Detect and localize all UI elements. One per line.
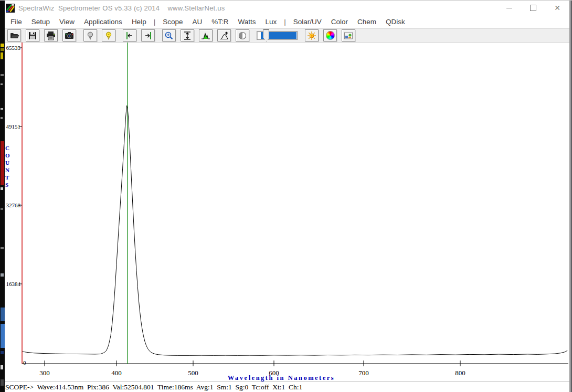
app-logo-icon: [6, 4, 15, 13]
folder-icon: [9, 31, 19, 40]
maximize-button[interactable]: [521, 1, 545, 15]
x-tick-label: 500: [188, 369, 198, 377]
menu-item-qdisk[interactable]: QDisk: [381, 18, 410, 26]
menu-item-lux[interactable]: Lux: [260, 18, 281, 26]
spectrum-plot[interactable]: 655354915132768163840300400500600700800W…: [5, 43, 569, 382]
menubar: FileSetupViewApplicationsHelp|ScopeAU%T:…: [5, 15, 569, 28]
close-icon: ✕: [554, 4, 560, 12]
floppy-icon: [27, 31, 38, 40]
camera-icon: [64, 31, 75, 40]
slider-track: [257, 31, 298, 40]
picture-icon: [343, 31, 354, 40]
menu-separator: |: [281, 18, 289, 26]
y-tick-label: 16384: [6, 281, 21, 287]
menu-item-watts[interactable]: Watts: [233, 18, 260, 26]
open-button[interactable]: [7, 29, 21, 41]
bulb-off-icon: [85, 31, 96, 40]
menu-item-chem[interactable]: Chem: [353, 18, 381, 26]
minimize-button[interactable]: [497, 1, 521, 15]
maximize-icon: [530, 5, 536, 11]
app-window: SpectraWiz Spectrometer OS v5.33 (c) 201…: [0, 0, 572, 392]
menu-item-scope[interactable]: Scope: [158, 18, 187, 26]
y-tick-label: 0: [23, 359, 26, 366]
sun-icon: [306, 31, 317, 40]
menu-separator: |: [151, 18, 158, 26]
x-tick-label: 700: [358, 369, 369, 377]
autoscale-y-button[interactable]: [181, 29, 194, 41]
x-tick-label: 300: [39, 369, 50, 377]
y-tick-label: 32768: [6, 202, 21, 208]
zoom-in-button[interactable]: [162, 29, 176, 41]
irradiance-button[interactable]: [305, 29, 319, 41]
arrow-right-bar-icon: [143, 31, 153, 40]
color-wheel-icon: [325, 31, 335, 40]
shift-right-button[interactable]: [141, 29, 155, 41]
lamp-on-button[interactable]: [102, 29, 115, 41]
magnifier-icon: [164, 31, 174, 40]
capture-image-button[interactable]: [342, 29, 355, 41]
peak-arrow-icon: [219, 31, 229, 40]
chart-area[interactable]: 655354915132768163840300400500600700800W…: [5, 43, 569, 382]
minimize-icon: [506, 8, 512, 8]
vertical-arrows-icon: [182, 31, 193, 40]
peak-hold-button[interactable]: [217, 29, 231, 41]
save-button[interactable]: [26, 29, 39, 41]
half-circle-icon: [237, 31, 248, 40]
close-button[interactable]: ✕: [545, 1, 569, 15]
arrow-left-bar-icon: [124, 31, 135, 40]
window-controls: ✕: [497, 1, 569, 15]
lamp-off-button[interactable]: [83, 29, 97, 41]
titlebar: SpectraWiz Spectrometer OS v5.33 (c) 201…: [5, 1, 569, 15]
status-text: SCOPE-> Wave:414.53nm Pix:386 Val:52504.…: [5, 383, 302, 391]
menu-item--t-r[interactable]: %T:R: [207, 18, 233, 26]
x-tick-label: 400: [111, 369, 122, 377]
shift-left-button[interactable]: [123, 29, 136, 41]
toolbar-slider[interactable]: [257, 29, 298, 41]
spectrum-trace: [23, 105, 568, 355]
window-right-border: [569, 1, 572, 392]
x-tick-label: 800: [455, 369, 465, 377]
menu-item-applications[interactable]: Applications: [79, 18, 127, 26]
contrast-button[interactable]: [236, 29, 249, 41]
color-wheel-button[interactable]: [323, 29, 337, 41]
window-title: SpectraWiz Spectrometer OS v5.33 (c) 201…: [18, 4, 225, 12]
menu-item-au[interactable]: AU: [187, 18, 207, 26]
menu-item-view[interactable]: View: [55, 18, 79, 26]
y-tick-label: 65535: [6, 45, 21, 51]
x-axis-title: Wavelength in Nanometers: [228, 374, 335, 382]
y-tick-label: 49151: [6, 123, 21, 130]
fill-spectrum-button[interactable]: [199, 29, 213, 41]
printer-icon: [46, 31, 56, 40]
menu-item-help[interactable]: Help: [127, 18, 151, 26]
green-peak-icon: [200, 31, 211, 40]
menu-item-setup[interactable]: Setup: [27, 18, 55, 26]
menu-item-color[interactable]: Color: [326, 18, 353, 26]
bulb-on-icon: [103, 31, 114, 40]
menu-item-file[interactable]: File: [6, 18, 27, 26]
snapshot-button[interactable]: [62, 29, 76, 41]
y-axis-title: COUNTS: [5, 144, 12, 188]
status-bar: SCOPE-> Wave:414.53nm Pix:386 Val:52504.…: [5, 382, 569, 392]
menu-item-solar-uv[interactable]: Solar/UV: [289, 18, 326, 26]
desktop-edge-strip: [0, 1, 5, 392]
print-button[interactable]: [44, 29, 58, 41]
toolbar: [5, 28, 569, 43]
